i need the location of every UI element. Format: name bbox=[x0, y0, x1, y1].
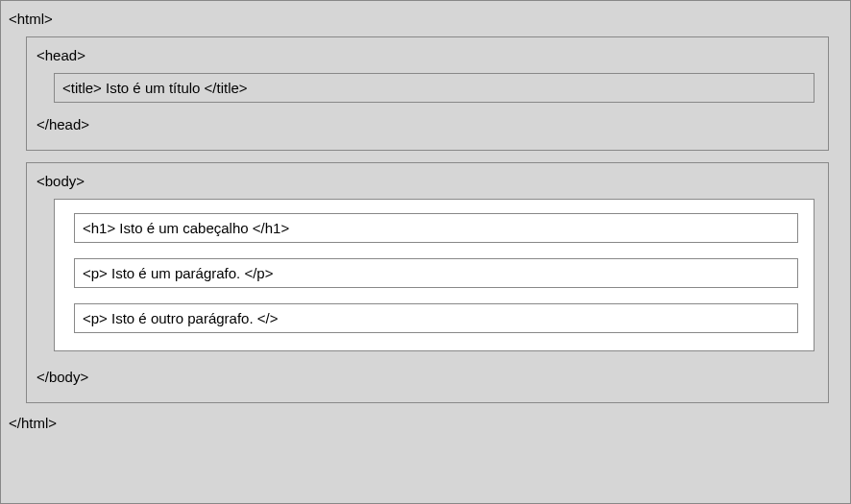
head-open-tag: <head> bbox=[36, 47, 815, 63]
html-close-tag: </html> bbox=[9, 415, 829, 431]
head-close-tag: </head> bbox=[36, 116, 815, 132]
p-element-1: <p> Isto é um parágrafo. </p> bbox=[74, 258, 798, 288]
head-section: <head> <title> Isto é um título </title>… bbox=[26, 36, 829, 151]
html-open-tag: <html> bbox=[9, 11, 829, 27]
h1-element: <h1> Isto é um cabeçalho </h1> bbox=[74, 213, 798, 243]
body-content-area: <h1> Isto é um cabeçalho </h1> <p> Isto … bbox=[54, 199, 815, 351]
body-section: <body> <h1> Isto é um cabeçalho </h1> <p… bbox=[26, 162, 829, 403]
p-element-2: <p> Isto é outro parágrafo. </> bbox=[74, 303, 798, 333]
body-close-tag: </body> bbox=[36, 369, 815, 385]
body-open-tag: <body> bbox=[36, 173, 815, 189]
html-structure-diagram: <html> <head> <title> Isto é um título <… bbox=[0, 0, 851, 504]
title-element: <title> Isto é um título </title> bbox=[54, 73, 815, 103]
